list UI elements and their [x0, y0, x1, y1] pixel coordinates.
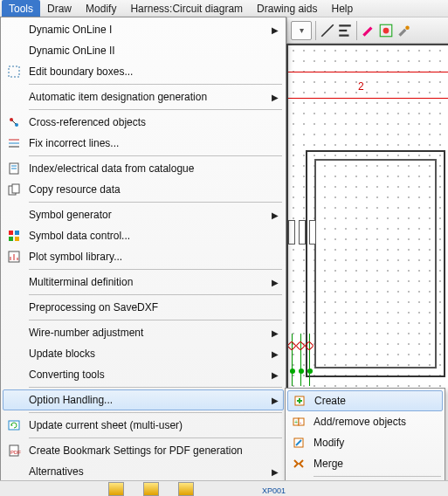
svg-rect-19 [9, 231, 13, 235]
menuitem-alternatives[interactable]: Alternatives▶ [3, 461, 284, 482]
toolbar: ▾ [286, 17, 448, 44]
menuitem-preprocessing-on-savedxf[interactable]: Preprocessing on SaveDXF [3, 297, 284, 318]
menuitem-plot-symbol-library[interactable]: Plot symbol library... [3, 246, 284, 267]
svg-rect-3 [339, 34, 348, 36]
brush-tool-icon[interactable] [396, 23, 411, 38]
copyres-icon [7, 183, 21, 196]
submenuitem-merge[interactable]: Merge [287, 453, 443, 474]
menuitem-help[interactable]: Help [324, 0, 360, 17]
svg-text:PDF: PDF [10, 450, 21, 455]
pdf-icon: PDF [7, 444, 21, 458]
svg-point-6 [405, 25, 410, 30]
menuitem-draw[interactable]: Draw [40, 0, 79, 17]
menu-separator [29, 84, 282, 85]
submenu-arrow-icon: ▶ [270, 349, 280, 359]
menuitem-label: Wire-number adjustment [25, 327, 270, 339]
submenu-separator [314, 476, 441, 477]
menuitem-label: Index/electrical data from catalogue [25, 162, 270, 175]
svg-rect-2 [339, 29, 347, 31]
submenu-arrow-icon: ▶ [270, 278, 280, 287]
color-tool-icon[interactable] [378, 23, 394, 38]
svg-line-10 [12, 121, 16, 124]
menu-separator [29, 294, 282, 295]
menu-separator [29, 269, 282, 270]
terminal-block [288, 220, 316, 245]
svg-rect-7 [9, 66, 19, 77]
statusbar-icon[interactable] [178, 482, 194, 496]
menu-separator [29, 155, 282, 156]
svg-point-5 [383, 27, 389, 33]
menuitem-tools[interactable]: Tools [2, 0, 40, 17]
submenu-arrow-icon: ▶ [270, 25, 280, 35]
menuitem-label: Dynamic OnLine I [25, 24, 270, 36]
line-tool-icon[interactable] [320, 23, 335, 38]
highlight-tool-icon[interactable] [361, 23, 376, 38]
menuitem-symbol-generator[interactable]: Symbol generator▶ [3, 204, 284, 225]
menuitem-label: Create Bookmark Settings for PDF generat… [25, 444, 270, 457]
menu-separator [29, 320, 282, 320]
submenu-arrow-icon: ▶ [270, 396, 280, 405]
menuitem-multiterminal-definition[interactable]: Multiterminal definition▶ [3, 272, 284, 293]
menuitem-label: Dynamic OnLine II [25, 45, 270, 57]
status-ref: XP001 [262, 486, 286, 495]
menuitem-label: Cross-referenced objects [25, 116, 270, 128]
svg-rect-20 [15, 231, 19, 235]
xref-icon [7, 115, 21, 129]
menuitem-label: Symbol generator [25, 209, 270, 221]
menuitem-option-handling[interactable]: Option Handling...▶ [3, 389, 284, 410]
menuitem-update-current-sheet-multi-user[interactable]: Update current sheet (multi-user) [3, 415, 284, 436]
menuitem-fix-incorrect-lines[interactable]: Fix incorrect lines... [3, 133, 284, 154]
menuitem-copy-resource-data[interactable]: Copy resource data [3, 179, 284, 200]
align-tool-icon[interactable] [337, 23, 353, 38]
menuitem-harness-circuit-diagram[interactable]: Harness:Circuit diagram [123, 0, 250, 17]
menuitem-automatic-item-designation-generation[interactable]: Automatic item designation generation▶ [3, 86, 284, 107]
submenuitem-label: Modify [310, 437, 443, 449]
svg-rect-22 [15, 237, 19, 241]
menuitem-label: Alternatives [25, 465, 270, 478]
menuitem-modify[interactable]: Modify [79, 0, 123, 17]
menuitem-label: Fix incorrect lines... [25, 137, 270, 149]
menu-separator [29, 412, 282, 413]
toolbar-separator [356, 21, 357, 40]
submenuitem-label: Add/remove objects [310, 416, 443, 428]
menuitem-label: Update current sheet (multi-user) [25, 419, 270, 431]
menuitem-cross-referenced-objects[interactable]: Cross-referenced objects [3, 112, 284, 133]
menuitem-wire-number-adjustment[interactable]: Wire-number adjustment▶ [3, 322, 284, 343]
menuitem-dynamic-online-ii[interactable]: Dynamic OnLine II [3, 40, 284, 61]
symctrl-icon [7, 229, 21, 243]
menuitem-symbol-data-control[interactable]: Symbol data control... [3, 225, 284, 246]
plotlib-icon [7, 250, 21, 264]
submenuitem-label: Merge [310, 458, 443, 470]
updatesheet-icon [7, 418, 21, 432]
menuitem-label: Automatic item designation generation [25, 91, 270, 103]
menubar: ToolsDrawModifyHarness:Circuit diagramDr… [0, 0, 448, 17]
toolbar-separator [315, 21, 316, 40]
addremove-icon: +- [292, 415, 306, 429]
tools-menu: Dynamic OnLine I▶Dynamic OnLine IIEdit b… [0, 17, 286, 485]
menu-separator [29, 109, 282, 110]
bbox-icon [7, 65, 21, 79]
statusbar-icon[interactable] [143, 482, 159, 496]
menuitem-converting-tools[interactable]: Converting tools▶ [3, 364, 284, 385]
menuitem-label: Plot symbol library... [25, 251, 270, 263]
submenuitem-add-remove-objects[interactable]: +-Add/remove objects [287, 411, 443, 432]
menuitem-label: Converting tools [25, 369, 270, 381]
menuitem-update-blocks[interactable]: Update blocks▶ [3, 343, 284, 364]
menuitem-label: Symbol data control... [25, 230, 270, 242]
svg-rect-21 [9, 237, 13, 241]
menuitem-edit-boundary-boxes[interactable]: Edit boundary boxes... [3, 61, 284, 82]
statusbar-icon[interactable] [108, 482, 124, 496]
menuitem-create-bookmark-settings-for-pdf-generation[interactable]: PDFCreate Bookmark Settings for PDF gene… [3, 440, 284, 461]
menuitem-dynamic-online-i[interactable]: Dynamic OnLine I▶ [3, 19, 284, 40]
menuitem-label: Copy resource data [25, 183, 270, 196]
menuitem-index-electrical-data-from-catalogue[interactable]: Index/electrical data from catalogue [3, 158, 284, 179]
submenuitem-modify[interactable]: Modify [287, 432, 443, 453]
submenu-arrow-icon: ▶ [270, 93, 280, 102]
submenuitem-create[interactable]: Create [287, 390, 443, 411]
menu-separator [29, 437, 282, 438]
toolbar-dropdown[interactable]: ▾ [291, 21, 312, 40]
menu-separator [29, 387, 282, 388]
menuitem-drawing-aids[interactable]: Drawing aids [250, 0, 324, 17]
svg-line-0 [321, 24, 334, 37]
menuitem-label: Preprocessing on SaveDXF [25, 301, 270, 313]
